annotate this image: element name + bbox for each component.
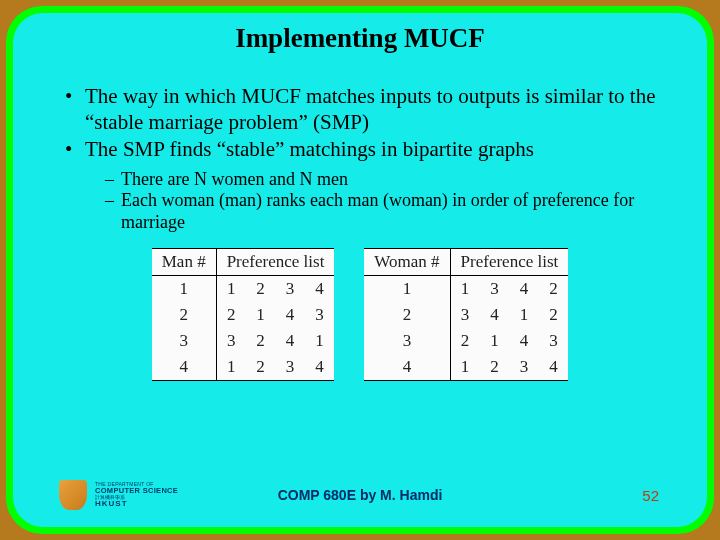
cell: 3 [450,302,480,328]
cell: 2 [480,354,510,381]
cell: 4 [275,302,305,328]
cell: 2 [450,328,480,354]
table-row: 1 1 2 3 4 [152,275,335,302]
dept-logo: THE DEPARTMENT OF COMPUTER SCIENCE 計算機科學… [57,477,178,513]
table-row: 3 3 2 4 1 [152,328,335,354]
cell: 1 [216,354,246,381]
woman-table: Woman # Preference list 1 1 3 4 2 2 3 4 … [364,248,568,381]
cell: 3 [216,328,246,354]
cell: 1 [216,275,246,302]
table-row: 1 1 3 4 2 [364,275,568,302]
cell: 1 [509,302,539,328]
cell: 1 [480,328,510,354]
logo-text: THE DEPARTMENT OF COMPUTER SCIENCE 計算機科學… [95,482,178,509]
cell: 3 [509,354,539,381]
tables-row: Man # Preference list 1 1 2 3 4 2 2 1 4 … [47,248,673,381]
cell: 2 [539,302,569,328]
table-row: 4 1 2 3 4 [364,354,568,381]
cell: 3 [275,275,305,302]
table-row: 4 1 2 3 4 [152,354,335,381]
cell: 3 [364,328,450,354]
cell: 4 [275,328,305,354]
page-number: 52 [642,487,659,504]
table-row: 2 2 1 4 3 [152,302,335,328]
woman-header-pref: Preference list [450,248,568,275]
footer: THE DEPARTMENT OF COMPUTER SCIENCE 計算機科學… [13,477,707,513]
cell: 3 [539,328,569,354]
course-footer: COMP 680E by M. Hamdi [278,487,443,503]
cell: 4 [539,354,569,381]
cell: 4 [509,328,539,354]
cell: 4 [480,302,510,328]
man-table: Man # Preference list 1 1 2 3 4 2 2 1 4 … [152,248,335,381]
cell: 2 [246,328,276,354]
logo-icon [57,477,89,513]
cell: 3 [275,354,305,381]
cell: 1 [450,275,480,302]
cell: 2 [364,302,450,328]
table-row: 3 2 1 4 3 [364,328,568,354]
cell: 2 [246,275,276,302]
slide-title: Implementing MUCF [47,23,673,54]
cell: 3 [152,328,216,354]
cell: 4 [152,354,216,381]
cell: 1 [450,354,480,381]
bullet-1: The way in which MUCF matches inputs to … [65,84,673,135]
sub-bullet-1: There are N women and N men [105,169,673,191]
cell: 3 [305,302,335,328]
cell: 3 [480,275,510,302]
slide-frame: Implementing MUCF The way in which MUCF … [6,6,714,534]
sub-bullet-2: Each woman (man) ranks each man (woman) … [105,190,673,233]
cell: 4 [364,354,450,381]
woman-header-id: Woman # [364,248,450,275]
man-header-id: Man # [152,248,216,275]
cell: 2 [152,302,216,328]
cell: 1 [305,328,335,354]
man-header-pref: Preference list [216,248,334,275]
sub-bullet-list: There are N women and N men Each woman (… [47,169,673,234]
cell: 4 [305,354,335,381]
cell: 4 [305,275,335,302]
cell: 4 [509,275,539,302]
cell: 2 [246,354,276,381]
cell: 1 [364,275,450,302]
table-row: 2 3 4 1 2 [364,302,568,328]
cell: 1 [246,302,276,328]
slide-body: Implementing MUCF The way in which MUCF … [13,13,707,527]
logo-line-4: HKUST [95,500,178,508]
cell: 1 [152,275,216,302]
cell: 2 [539,275,569,302]
bullet-2: The SMP finds “stable” matchings in bipa… [65,137,673,163]
cell: 2 [216,302,246,328]
bullet-list: The way in which MUCF matches inputs to … [47,84,673,163]
